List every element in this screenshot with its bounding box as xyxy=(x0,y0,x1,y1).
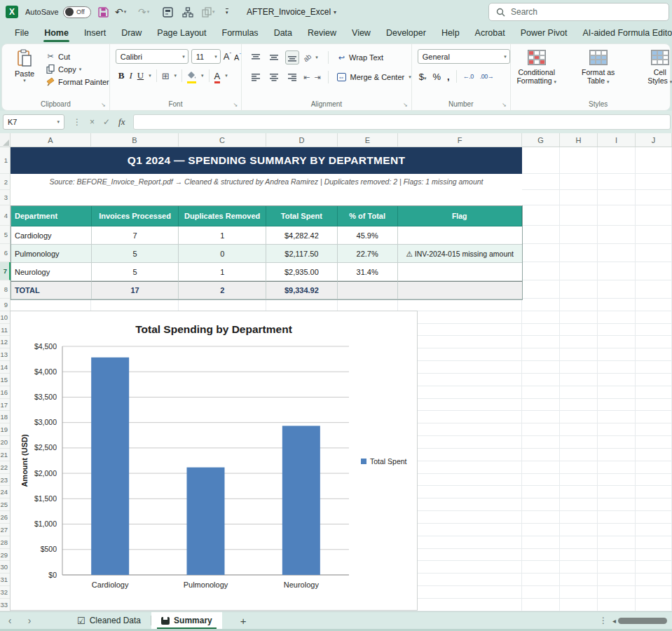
grid-cell[interactable] xyxy=(598,423,636,436)
grid-cell[interactable] xyxy=(522,449,560,461)
grid-cell[interactable] xyxy=(636,374,672,386)
font-size-select[interactable]: 11▾ xyxy=(191,49,221,64)
grid-cell[interactable] xyxy=(598,486,636,498)
row-header-31[interactable]: 31 xyxy=(0,574,11,586)
sheet-tab-summary[interactable]: Summary xyxy=(151,612,222,630)
grid-cell[interactable] xyxy=(560,280,598,299)
grid-cell[interactable] xyxy=(598,374,636,386)
grid-cell[interactable] xyxy=(636,361,672,374)
tabbar-dots-icon[interactable]: ⋮ xyxy=(599,616,608,625)
grid-cell[interactable] xyxy=(560,147,598,174)
row-header-1[interactable]: 1 xyxy=(0,147,11,174)
align-top-button[interactable] xyxy=(249,50,263,65)
fill-color-dropdown-icon[interactable]: ▾ xyxy=(201,73,204,79)
align-bottom-button[interactable] xyxy=(285,50,299,65)
grid-cell[interactable] xyxy=(598,174,636,190)
grid-cell[interactable] xyxy=(560,574,598,586)
grid-cell[interactable] xyxy=(91,299,179,311)
grid-cell[interactable] xyxy=(560,449,598,461)
grid-cell[interactable] xyxy=(266,299,338,311)
grid-cell[interactable] xyxy=(598,436,636,449)
grid-cell[interactable] xyxy=(636,262,672,280)
grid-cell[interactable] xyxy=(560,226,598,244)
grid-cell[interactable] xyxy=(560,374,598,386)
grid-cell[interactable] xyxy=(636,449,672,461)
column-header-B[interactable]: B xyxy=(91,133,179,147)
grid-cell[interactable] xyxy=(522,361,560,374)
grid-cell[interactable] xyxy=(560,511,598,524)
grid-cell[interactable] xyxy=(598,190,636,205)
grid-cell[interactable] xyxy=(560,399,598,412)
row-header-17[interactable]: 17 xyxy=(0,399,11,412)
grid-cell[interactable] xyxy=(522,205,560,226)
grid-cell[interactable] xyxy=(522,474,560,487)
format-painter-button[interactable]: Format Painter xyxy=(46,77,109,86)
grid-cell[interactable] xyxy=(598,599,636,611)
select-all-corner[interactable] xyxy=(0,133,11,147)
grid-cell[interactable] xyxy=(560,524,598,536)
grid-cell[interactable] xyxy=(598,549,636,562)
column-header-J[interactable]: J xyxy=(636,133,672,147)
italic-button[interactable]: I xyxy=(129,70,132,81)
grid-cell[interactable] xyxy=(636,549,672,562)
formula-bar-dots-icon[interactable]: ⋮ xyxy=(73,117,81,127)
grid-cell[interactable] xyxy=(636,311,672,324)
row-header-26[interactable]: 26 xyxy=(0,511,11,524)
grid-cell[interactable] xyxy=(560,549,598,562)
increase-indent-button[interactable]: ⇥ xyxy=(314,73,320,82)
wrap-text-button[interactable]: Wrap Text xyxy=(349,53,383,62)
grid-cell[interactable] xyxy=(522,311,560,324)
grid-cell[interactable] xyxy=(522,280,560,299)
autosave-toggle[interactable]: Off xyxy=(63,0,91,24)
grid-cell[interactable] xyxy=(598,524,636,536)
grid-cell[interactable] xyxy=(522,436,560,449)
tab-review[interactable]: Review xyxy=(300,25,344,42)
horizontal-scrollbar[interactable] xyxy=(618,618,667,624)
borders-button[interactable]: ⊞ xyxy=(162,71,170,81)
grid-cell[interactable] xyxy=(598,262,636,280)
grid-cell[interactable] xyxy=(522,336,560,348)
grid-cell[interactable] xyxy=(598,399,636,412)
grid-cell[interactable] xyxy=(179,299,266,311)
font-dialog-launcher[interactable]: ↘ xyxy=(233,102,238,108)
formula-input[interactable] xyxy=(133,114,671,130)
grid-cell[interactable] xyxy=(522,174,560,190)
grid-cell[interactable] xyxy=(598,536,636,549)
grid-cell[interactable] xyxy=(560,386,598,399)
name-box[interactable]: K7▾ xyxy=(3,114,64,130)
grid-cell[interactable] xyxy=(598,336,636,348)
grid-cell[interactable] xyxy=(598,561,636,574)
sheet-tab-cleaned-data[interactable]: ☑Cleaned Data xyxy=(67,612,151,630)
align-middle-button[interactable] xyxy=(267,50,281,65)
merge-center-dropdown-icon[interactable]: ▾ xyxy=(409,74,411,80)
grid-cell[interactable] xyxy=(636,561,672,574)
grid-cell[interactable] xyxy=(636,524,672,536)
grid-cell[interactable] xyxy=(522,536,560,549)
grid-cell[interactable] xyxy=(560,311,598,324)
align-right-button[interactable] xyxy=(285,70,299,84)
grid-cell[interactable] xyxy=(522,244,560,262)
tab-acrobat[interactable]: Acrobat xyxy=(467,25,513,42)
row-header-20[interactable]: 20 xyxy=(0,436,11,449)
tab-view[interactable]: View xyxy=(344,25,378,42)
grid-cell[interactable] xyxy=(636,461,672,474)
column-header-D[interactable]: D xyxy=(266,133,338,147)
grid-cell[interactable] xyxy=(636,486,672,498)
grid-cell[interactable] xyxy=(598,586,636,599)
grid-cell[interactable] xyxy=(636,411,672,423)
grid-cell[interactable] xyxy=(598,311,636,324)
grid-cell[interactable] xyxy=(560,174,598,190)
tab-power-pivot[interactable]: Power Pivot xyxy=(513,25,575,42)
grid-cell[interactable] xyxy=(522,411,560,423)
grid-cell[interactable] xyxy=(598,449,636,461)
row-header-19[interactable]: 19 xyxy=(0,423,11,436)
scroll-left-icon[interactable]: ◂ xyxy=(612,617,616,625)
grid-cell[interactable] xyxy=(598,474,636,487)
spending-chart[interactable]: Total Spending by Department$0$500$1,000… xyxy=(10,311,418,611)
grid-cell[interactable] xyxy=(598,361,636,374)
grid-cell[interactable] xyxy=(560,423,598,436)
row-header-11[interactable]: 11 xyxy=(0,324,11,337)
grid-cell[interactable] xyxy=(598,205,636,226)
tab-file[interactable]: File xyxy=(7,25,36,42)
grid-cell[interactable] xyxy=(522,486,560,498)
